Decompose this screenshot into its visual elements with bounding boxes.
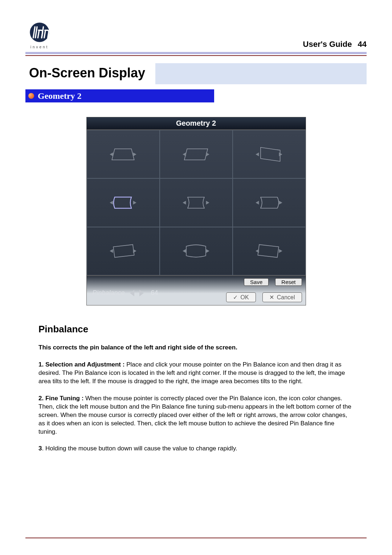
osd-title: Geometry 2 (86, 117, 306, 130)
svg-marker-13 (206, 201, 209, 205)
svg-marker-1 (112, 149, 134, 160)
pinbalance-icon[interactable] (106, 192, 140, 214)
hp-logo-icon (29, 22, 50, 43)
chapter-title-bar: On-Screen Display (25, 63, 367, 84)
hp-logo: invent (25, 22, 54, 49)
p1-label: 1. Selection and Adjustment : (38, 361, 124, 368)
document-page: invent User's Guide 44 On-Screen Display… (0, 0, 392, 555)
logo-tagline: invent (25, 45, 54, 49)
body-text: This corrects the pin balance of the lef… (25, 344, 367, 453)
bullet-icon (28, 93, 34, 99)
tilt-left-icon[interactable] (106, 240, 140, 262)
p2-label: 2. Fine Tuning : (38, 395, 83, 402)
svg-marker-11 (133, 201, 136, 205)
subsection-bar: Geometry 2 (25, 89, 214, 102)
check-icon: ✓ (233, 294, 238, 301)
svg-marker-20 (206, 249, 209, 253)
increase-icon[interactable] (139, 290, 144, 296)
value-stepper: Pinbalance 64 (93, 289, 158, 297)
paragraph-2: 2. Fine Tuning : When the mouse pointer … (38, 394, 354, 436)
p3-body: . Holding the mouse button down will cau… (42, 445, 237, 452)
svg-marker-3 (133, 152, 136, 156)
paragraph-3: 3. Holding the mouse button down will ca… (38, 445, 354, 453)
subsection-title: Geometry 2 (38, 91, 82, 101)
svg-marker-19 (183, 249, 186, 253)
osd-screenshot: Geometry 2 (25, 117, 367, 305)
parallel-top-icon[interactable] (179, 143, 213, 165)
svg-marker-15 (279, 201, 282, 205)
footer-rule (25, 538, 367, 538)
svg-point-0 (30, 23, 49, 42)
svg-marker-9 (279, 152, 282, 156)
parallel-side-icon[interactable] (252, 143, 286, 165)
p2-body: When the mouse pointer is correctly plac… (38, 395, 351, 435)
svg-marker-2 (110, 152, 113, 156)
ok-button[interactable]: ✓ OK (226, 292, 256, 302)
svg-marker-23 (279, 249, 282, 253)
save-button[interactable]: Save (244, 278, 269, 286)
svg-marker-4 (184, 149, 208, 160)
ok-label: OK (241, 294, 249, 301)
svg-marker-22 (256, 249, 259, 253)
osd-footer: Save Reset Pinbalance 64 ✓ OK ✕ (86, 276, 306, 305)
guide-label-block: User's Guide 44 (303, 40, 367, 49)
close-icon: ✕ (269, 294, 274, 301)
svg-marker-6 (206, 152, 209, 156)
guide-label: User's Guide (303, 40, 352, 49)
section-heading: Pinbalance (25, 324, 367, 335)
svg-marker-8 (256, 152, 259, 156)
header-rule-light (25, 52, 367, 54)
bow-icon[interactable] (179, 240, 213, 262)
svg-marker-16 (113, 245, 134, 258)
header-rule-dark (25, 55, 367, 56)
page-number: 44 (358, 40, 367, 49)
cancel-label: Cancel (277, 294, 295, 301)
svg-marker-18 (133, 249, 136, 253)
svg-marker-14 (256, 201, 259, 205)
svg-marker-21 (258, 245, 279, 258)
trapezoid-icon[interactable] (106, 143, 140, 165)
param-label: Pinbalance (93, 289, 125, 297)
page-header: invent User's Guide 44 (25, 22, 367, 49)
osd-icon-grid (86, 130, 306, 276)
cancel-button[interactable]: ✕ Cancel (262, 292, 302, 302)
param-value: 64 (151, 289, 158, 297)
svg-marker-5 (183, 152, 186, 156)
svg-marker-17 (110, 249, 113, 253)
tilt-right-icon[interactable] (252, 240, 286, 262)
reset-button[interactable]: Reset (275, 278, 302, 286)
lead-paragraph: This corrects the pin balance of the lef… (38, 344, 354, 352)
side-pin-icon[interactable] (252, 192, 286, 214)
decrease-icon[interactable] (130, 290, 134, 296)
svg-marker-12 (183, 201, 186, 205)
chapter-title: On-Screen Display (25, 63, 155, 84)
title-bar-fill (155, 63, 367, 84)
svg-marker-7 (261, 147, 280, 161)
paragraph-1: 1. Selection and Adjustment : Place and … (38, 361, 354, 386)
svg-marker-10 (110, 201, 113, 205)
pincushion-icon[interactable] (179, 192, 213, 214)
